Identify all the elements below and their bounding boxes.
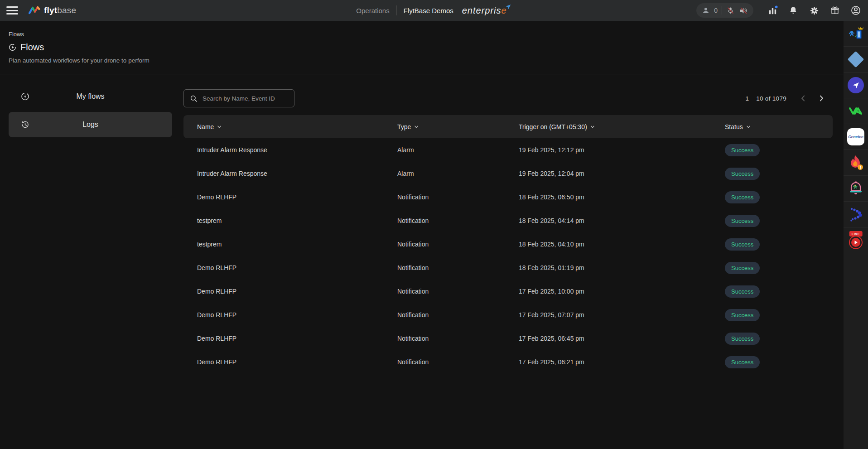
navigation-plane-icon[interactable] <box>844 72 868 98</box>
search-icon <box>189 94 198 103</box>
row-type: Alarm <box>397 146 519 154</box>
row-name: Intruder Alarm Response <box>183 170 397 177</box>
notifications-bell-icon[interactable] <box>786 3 801 18</box>
status-badge: Success <box>725 309 760 321</box>
status-badge: Success <box>725 215 760 227</box>
column-header-type[interactable]: Type <box>397 123 519 130</box>
org-label[interactable]: Operations <box>356 7 389 14</box>
sort-chevron-icon <box>216 124 222 130</box>
header-divider <box>0 74 844 74</box>
mic-muted-icon[interactable] <box>726 6 735 15</box>
logs-table: Name Type Trigger on (GMT+05:30) Status … <box>183 115 833 374</box>
row-trigger-time: 18 Feb 2025, 04:10 pm <box>519 241 725 248</box>
row-name: Demo RLHFP <box>183 335 397 342</box>
row-name: Demo RLHFP <box>183 264 397 271</box>
column-header-status[interactable]: Status <box>725 123 833 130</box>
sidebar-item-logs[interactable]: Logs <box>9 112 172 137</box>
row-name: testprem <box>183 217 397 224</box>
history-icon <box>20 120 30 130</box>
settings-gear-icon[interactable] <box>806 3 822 18</box>
session-status-pill[interactable]: 0 <box>696 3 753 18</box>
search-box[interactable] <box>183 89 294 107</box>
table-body: Intruder Alarm Response Alarm 19 Feb 202… <box>183 138 833 374</box>
row-trigger-time: 18 Feb 2025, 01:19 pm <box>519 264 725 271</box>
row-name: Demo RLHFP <box>183 311 397 319</box>
flytbase-logo[interactable]: flytbase <box>28 5 76 15</box>
row-type: Alarm <box>397 170 519 177</box>
status-badge: Success <box>725 356 760 368</box>
row-trigger-time: 18 Feb 2025, 04:14 pm <box>519 217 725 224</box>
genetec-label: Genetec <box>848 135 863 139</box>
row-trigger-time: 18 Feb 2025, 06:50 pm <box>519 193 725 201</box>
flame-alert-icon[interactable] <box>844 150 868 176</box>
sort-chevron-icon <box>589 124 596 130</box>
row-trigger-time: 19 Feb 2025, 12:12 pm <box>519 146 725 154</box>
speaker-muted-icon[interactable] <box>739 6 748 15</box>
status-badge: Success <box>725 333 760 345</box>
workspace-label[interactable]: FlytBase Demos <box>404 7 453 14</box>
pagination: 1 – 10 of 1079 <box>745 89 828 107</box>
column-header-name[interactable]: Name <box>183 123 397 130</box>
row-name: Demo RLHFP <box>183 193 397 201</box>
blue-diamond-icon[interactable] <box>844 47 868 72</box>
account-profile-icon[interactable] <box>848 3 863 18</box>
sidebar-item-label: My flows <box>76 92 104 101</box>
va-logo-icon[interactable] <box>844 98 868 124</box>
sidebar-item-my-flows[interactable]: My flows <box>9 84 172 109</box>
table-row[interactable]: testprem Notification 18 Feb 2025, 04:14… <box>183 209 833 232</box>
table-header-row: Name Type Trigger on (GMT+05:30) Status <box>183 115 833 138</box>
row-type: Notification <box>397 358 519 366</box>
table-row[interactable]: Demo RLHFP Notification 17 Feb 2025, 06:… <box>183 327 833 350</box>
table-row[interactable]: Intruder Alarm Response Alarm 19 Feb 202… <box>183 138 833 162</box>
row-type: Notification <box>397 335 519 342</box>
flytbase-logo-icon <box>28 5 41 15</box>
emergency-exit-icon[interactable] <box>844 21 868 47</box>
row-name: Intruder Alarm Response <box>183 146 397 154</box>
breadcrumb[interactable]: Flows <box>9 31 24 38</box>
live-label: LIVE <box>849 231 863 237</box>
row-type: Notification <box>397 217 519 224</box>
top-navbar: flytbase Operations FlytBase Demos enter… <box>0 0 868 21</box>
table-row[interactable]: Demo RLHFP Notification 17 Feb 2025, 10:… <box>183 280 833 303</box>
table-row[interactable]: testprem Notification 18 Feb 2025, 04:10… <box>183 232 833 256</box>
usage-stats-icon[interactable] <box>765 3 780 18</box>
table-row[interactable]: Intruder Alarm Response Alarm 19 Feb 202… <box>183 162 833 185</box>
intruder-alarm-bell-icon[interactable] <box>844 176 868 202</box>
status-badge: Success <box>725 285 760 298</box>
row-trigger-time: 19 Feb 2025, 12:04 pm <box>519 170 725 177</box>
status-badge: Success <box>725 168 760 180</box>
viewer-count: 0 <box>714 7 718 14</box>
table-row[interactable]: Demo RLHFP Notification 17 Feb 2025, 06:… <box>183 350 833 374</box>
live-stream-icon[interactable]: LIVE <box>844 227 868 253</box>
enterprise-logo: enterprise <box>462 5 512 16</box>
row-type: Notification <box>397 193 519 201</box>
app-rail: Genetec LIVE <box>844 21 868 449</box>
row-name: Demo RLHFP <box>183 358 397 366</box>
row-trigger-time: 17 Feb 2025, 07:07 pm <box>519 311 725 319</box>
sidebar-item-label: Logs <box>82 121 98 129</box>
row-type: Notification <box>397 241 519 248</box>
flow-bolt-icon <box>20 92 30 101</box>
prev-page-icon[interactable] <box>796 92 810 105</box>
row-type: Notification <box>397 264 519 271</box>
table-row[interactable]: Demo RLHFP Notification 18 Feb 2025, 01:… <box>183 256 833 280</box>
status-badge: Success <box>725 262 760 274</box>
brand-wordmark: flytbase <box>44 5 76 15</box>
genetec-icon[interactable]: Genetec <box>844 124 868 150</box>
flows-side-panel: My flows Logs <box>9 84 172 140</box>
pixel-arrow-icon[interactable] <box>844 202 868 227</box>
status-badge: Success <box>725 191 760 203</box>
row-trigger-time: 17 Feb 2025, 06:45 pm <box>519 335 725 342</box>
column-header-trigger[interactable]: Trigger on (GMT+05:30) <box>519 123 725 130</box>
pagination-range: 1 – 10 of 1079 <box>745 95 786 102</box>
table-row[interactable]: Demo RLHFP Notification 17 Feb 2025, 07:… <box>183 303 833 327</box>
status-badge: Success <box>725 238 760 251</box>
menu-hamburger-icon[interactable] <box>6 6 18 15</box>
row-trigger-time: 17 Feb 2025, 10:00 pm <box>519 288 725 295</box>
search-input[interactable] <box>203 95 289 102</box>
table-row[interactable]: Demo RLHFP Notification 18 Feb 2025, 06:… <box>183 185 833 209</box>
row-type: Notification <box>397 311 519 319</box>
whats-new-gift-icon[interactable] <box>827 3 843 18</box>
next-page-icon[interactable] <box>815 92 828 105</box>
row-type: Notification <box>397 288 519 295</box>
